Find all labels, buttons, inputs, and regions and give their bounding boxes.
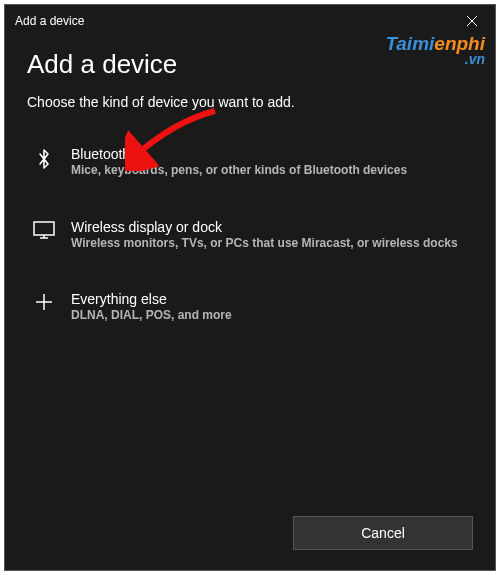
option-title: Everything else (71, 291, 469, 307)
cancel-button[interactable]: Cancel (293, 516, 473, 550)
titlebar-title: Add a device (15, 14, 84, 28)
titlebar: Add a device (5, 5, 495, 37)
bluetooth-icon (31, 148, 57, 170)
option-bluetooth[interactable]: Bluetooth Mice, keyboards, pens, or othe… (27, 138, 473, 187)
page-subtitle: Choose the kind of device you want to ad… (27, 94, 473, 110)
option-title: Bluetooth (71, 146, 469, 162)
plus-icon (31, 293, 57, 311)
option-everything-else[interactable]: Everything else DLNA, DIAL, POS, and mor… (27, 283, 473, 332)
dialog-content: Add a device Choose the kind of device y… (5, 37, 495, 516)
dialog-footer: Cancel (5, 516, 495, 570)
monitor-icon (31, 221, 57, 239)
option-desc: Wireless monitors, TVs, or PCs that use … (71, 236, 469, 252)
option-title: Wireless display or dock (71, 219, 469, 235)
page-title: Add a device (27, 49, 473, 80)
svg-rect-2 (34, 222, 54, 235)
add-device-dialog: Add a device Add a device Choose the kin… (4, 4, 496, 571)
close-button[interactable] (449, 5, 495, 37)
option-wireless-display[interactable]: Wireless display or dock Wireless monito… (27, 211, 473, 260)
option-desc: Mice, keyboards, pens, or other kinds of… (71, 163, 469, 179)
option-desc: DLNA, DIAL, POS, and more (71, 308, 469, 324)
close-icon (467, 12, 477, 30)
